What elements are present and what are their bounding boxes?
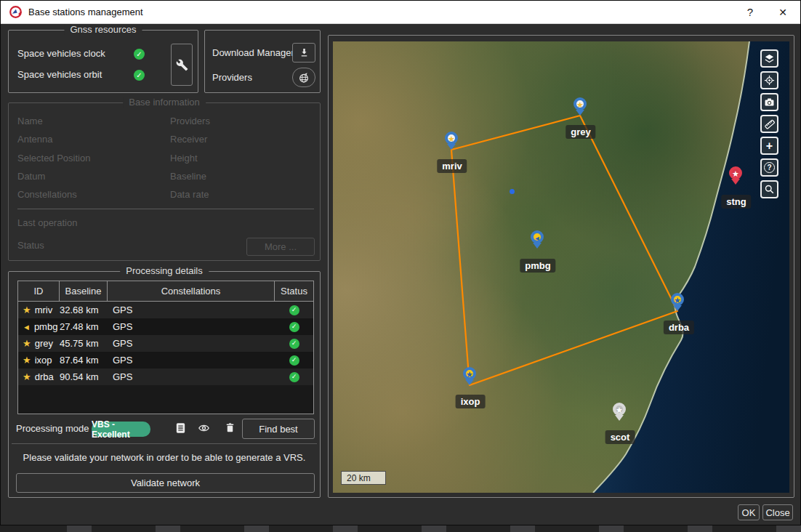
status-ok-icon	[289, 355, 299, 366]
locate-icon	[764, 75, 775, 86]
table-row[interactable]: grey 45.75 km GPS	[18, 335, 313, 352]
col-constellations[interactable]: Constellations	[108, 281, 275, 301]
validate-hint: Please validate your network in order to…	[9, 452, 320, 463]
stations-table-header: ID Baseline Constellations Status	[18, 281, 313, 302]
window-help-button[interactable]: ?	[739, 1, 761, 23]
field-providers-label: Providers	[170, 116, 210, 126]
globe-icon	[298, 72, 310, 84]
map-marker-drba[interactable]	[671, 293, 684, 311]
pin-tail	[673, 305, 682, 311]
providers-button[interactable]	[292, 68, 315, 87]
wrench-icon	[176, 59, 188, 71]
pin-head	[573, 97, 587, 110]
row-constellations: GPS	[108, 371, 275, 382]
providers-label: Providers	[212, 72, 252, 83]
row-constellations: GPS	[108, 305, 275, 315]
network-polygon	[451, 116, 677, 385]
sv-orbit-ok-icon	[134, 70, 145, 81]
map-layers-button[interactable]	[760, 49, 778, 68]
titlebar: Base stations management ? ✕	[1, 1, 800, 24]
map-marker-mriv[interactable]	[445, 132, 458, 150]
status-ok-icon	[289, 305, 299, 315]
more-button[interactable]: More ...	[246, 238, 315, 256]
map-marker-stng[interactable]	[729, 166, 742, 185]
status-ok-icon	[289, 339, 299, 349]
preview-button[interactable]	[196, 421, 211, 435]
star-icon	[23, 338, 31, 349]
star-icon	[466, 367, 473, 380]
stations-table: ID Baseline Constellations Status mriv 3…	[17, 281, 314, 414]
map-marker-pmbg[interactable]	[531, 230, 544, 249]
gnss-resources-title: Gnss resources	[64, 24, 142, 35]
field-baseline-label: Baseline	[170, 171, 206, 182]
processing-details-group: Processing details ID Baseline Constella…	[8, 271, 321, 498]
validate-network-button[interactable]: Validate network	[16, 473, 315, 493]
map-measure-button[interactable]	[760, 115, 778, 133]
find-best-button[interactable]: Find best	[242, 419, 315, 439]
map-snapshot-button[interactable]	[760, 93, 778, 111]
field-height-label: Height	[170, 153, 198, 164]
map-marker-ixop[interactable]	[463, 367, 476, 385]
row-baseline: 27.48 km	[60, 321, 108, 332]
row-constellations: GPS	[108, 338, 275, 349]
gnss-settings-button[interactable]	[171, 44, 193, 86]
last-operation-label: Last operation	[17, 217, 77, 228]
base-information-title: Base information	[123, 97, 206, 108]
ruler-icon	[764, 118, 776, 130]
map-locate-button[interactable]	[760, 71, 778, 89]
table-row[interactable]: ixop 87.64 km GPS	[18, 352, 313, 368]
pin-head	[613, 403, 626, 416]
map-help-button[interactable]	[760, 158, 778, 177]
row-id: grey	[35, 338, 53, 349]
map-label-grey: grey	[565, 125, 595, 139]
status-ok-icon	[289, 322, 299, 332]
search-icon	[764, 184, 775, 195]
map-marker-grey[interactable]	[573, 97, 587, 116]
map-marker-scot[interactable]	[613, 403, 626, 421]
pin-tail	[465, 379, 474, 385]
star-icon	[448, 132, 455, 145]
map-label-scot: scot	[605, 430, 635, 444]
base-stations-window: Base stations management ? ✕ Gnss resour…	[0, 0, 801, 525]
sv-orbit-label: Space vehicles orbit	[17, 69, 102, 80]
question-icon	[764, 162, 775, 173]
field-data-rate-label: Data rate	[170, 189, 209, 200]
download-manager-button[interactable]	[292, 43, 315, 63]
map-add-button[interactable]	[760, 137, 778, 155]
col-id[interactable]: ID	[18, 281, 60, 301]
pin-head	[531, 230, 544, 243]
row-id: mriv	[35, 305, 53, 315]
col-status[interactable]: Status	[275, 281, 313, 301]
table-row[interactable]: drba 90.54 km GPS	[18, 368, 313, 385]
map-search-button[interactable]	[760, 180, 778, 198]
status-ok-icon	[289, 372, 299, 382]
map-label-drba: drba	[664, 321, 694, 334]
map-label-ixop: ixop	[456, 395, 486, 408]
star-icon	[23, 355, 31, 366]
delete-button[interactable]	[222, 420, 237, 435]
row-constellations: GPS	[108, 321, 275, 332]
map-label-mriv: mriv	[437, 159, 467, 173]
row-baseline: 32.68 km	[60, 305, 108, 315]
map-label-pmbg: pmbg	[520, 259, 555, 273]
table-row[interactable]: pmbg 27.48 km GPS	[18, 318, 313, 335]
download-manager-label: Download Manager	[212, 47, 294, 58]
background-strip	[0, 525, 801, 532]
pin-head	[445, 132, 458, 145]
map-canvas[interactable]: mriv grey pmbg drba ixop stng scot	[333, 41, 789, 493]
table-row[interactable]: mriv 32.68 km GPS	[18, 302, 313, 318]
pin-tail	[576, 110, 584, 116]
field-selected-position-label: Selected Position	[17, 153, 90, 164]
col-baseline[interactable]: Baseline	[60, 281, 108, 301]
ok-button[interactable]: OK	[738, 504, 760, 520]
processing-details-title: Processing details	[120, 265, 209, 276]
details-list-button[interactable]	[173, 421, 188, 435]
field-receiver-label: Receiver	[170, 134, 207, 145]
field-datum-label: Datum	[17, 171, 45, 182]
window-close-button[interactable]: ✕	[772, 1, 794, 23]
trash-icon	[225, 422, 236, 434]
close-button[interactable]: Close	[762, 504, 793, 520]
row-constellations: GPS	[108, 355, 275, 366]
star-icon	[732, 166, 739, 180]
map-overlay	[333, 41, 789, 493]
